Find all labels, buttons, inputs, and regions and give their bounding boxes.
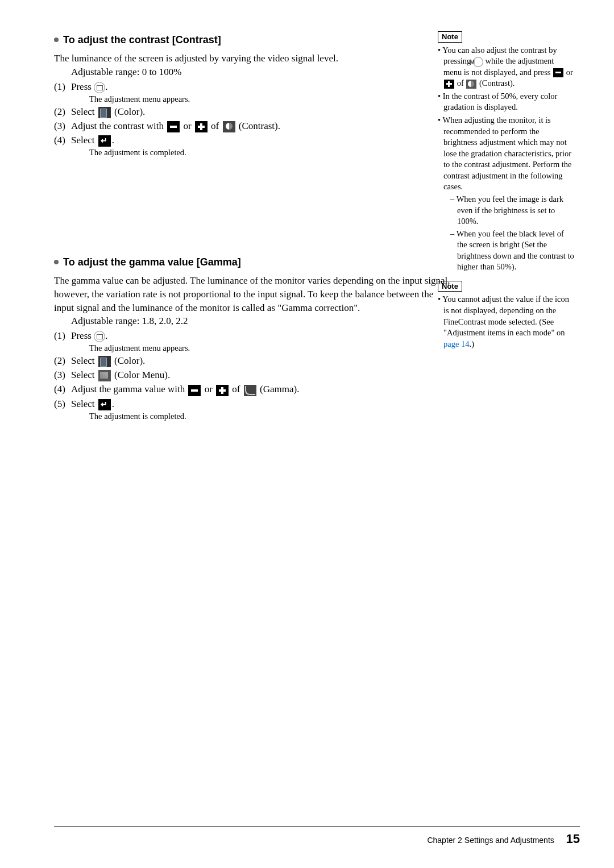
note-subitem: When you feel the black level of the scr… bbox=[443, 229, 574, 273]
g-step-3: (3)Select (Color Menu). bbox=[54, 369, 452, 381]
color-icon bbox=[98, 356, 111, 367]
plus-icon bbox=[444, 80, 454, 89]
contrast-icon bbox=[223, 121, 235, 132]
note-item: In the contrast of 50%, every color grad… bbox=[438, 91, 574, 113]
g-step-4: (4)Adjust the gamma value with or of (Ga… bbox=[54, 384, 452, 396]
step-of: of bbox=[209, 121, 222, 131]
intro-text-gamma: The gamma value can be adjusted. The lum… bbox=[54, 274, 452, 314]
note-text: .) bbox=[470, 339, 474, 348]
range-gamma: Adjustable range: 1.8, 2.0, 2.2 bbox=[71, 314, 452, 328]
contrast-icon bbox=[466, 80, 476, 89]
step-4: (4)Select . bbox=[54, 135, 452, 147]
note-text: or bbox=[566, 68, 573, 77]
step-text-b: (Gamma). bbox=[258, 384, 300, 394]
step-text: Adjust the gamma value with bbox=[71, 384, 187, 394]
note-block-2: Note You cannot adjust the value if the … bbox=[438, 281, 574, 350]
intro-text-contrast: The luminance of the screen is adjusted … bbox=[54, 52, 452, 65]
menu-button-icon bbox=[94, 82, 105, 93]
g-step-1: (1)Press . bbox=[54, 330, 452, 342]
step-num: (3) bbox=[54, 369, 71, 381]
step-4-sub: The adjustment is completed. bbox=[89, 148, 452, 157]
step-text: Select bbox=[71, 106, 97, 117]
step-text-b: (Color). bbox=[112, 355, 146, 366]
step-text: Select bbox=[71, 135, 97, 146]
m-button-icon bbox=[473, 57, 483, 67]
step-3: (3)Adjust the contrast with or of (Contr… bbox=[54, 121, 452, 132]
step-text-b: . bbox=[105, 81, 107, 92]
step-num: (4) bbox=[54, 384, 71, 395]
menu-button-icon bbox=[94, 331, 105, 342]
return-icon bbox=[98, 135, 111, 147]
step-text: Press bbox=[71, 81, 94, 92]
step-1: (1)Press . bbox=[54, 81, 452, 93]
color-menu-icon bbox=[98, 370, 111, 381]
page-footer: Chapter 2 Settings and Adjustments 15 bbox=[54, 827, 580, 846]
plus-icon bbox=[216, 385, 229, 396]
note-text: You cannot adjust the value if the icon … bbox=[442, 294, 569, 337]
note-text: of bbox=[457, 78, 466, 88]
note-block-1: Note You can also adjust the contrast by… bbox=[438, 31, 574, 273]
gamma-icon bbox=[244, 385, 256, 396]
return-icon bbox=[98, 399, 111, 410]
note-item: You cannot adjust the value if the icon … bbox=[438, 294, 574, 350]
minus-icon bbox=[167, 121, 180, 132]
step-2: (2)Select (Color). bbox=[54, 106, 452, 118]
minus-icon bbox=[188, 385, 201, 396]
step-text-b: (Color Menu). bbox=[112, 369, 170, 380]
section-heading-gamma: To adjust the gamma value [Gamma] bbox=[54, 256, 452, 268]
step-num: (2) bbox=[54, 106, 71, 118]
note-item: You can also adjust the contrast by pres… bbox=[438, 45, 574, 89]
step-num: (3) bbox=[54, 121, 71, 132]
step-or: or bbox=[181, 121, 194, 131]
step-num: (1) bbox=[54, 81, 71, 93]
note-text: (Contrast). bbox=[479, 78, 515, 88]
page-number: 15 bbox=[566, 832, 580, 846]
minus-icon bbox=[553, 68, 563, 77]
step-text: Select bbox=[71, 369, 97, 380]
step-text: Select bbox=[71, 398, 97, 409]
heading-text: To adjust the contrast [Contrast] bbox=[63, 34, 221, 45]
step-num: (1) bbox=[54, 330, 71, 342]
step-num: (4) bbox=[54, 135, 71, 146]
step-text-b: (Color). bbox=[112, 106, 146, 117]
bullet-icon bbox=[54, 38, 59, 42]
note-label: Note bbox=[438, 31, 462, 43]
note-label: Note bbox=[438, 281, 462, 292]
color-icon bbox=[98, 107, 111, 118]
note-item: When adjusting the monitor, it is recomm… bbox=[438, 115, 574, 273]
note-text: When adjusting the monitor, it is recomm… bbox=[442, 115, 571, 191]
step-num: (5) bbox=[54, 398, 71, 410]
g-step-5: (5)Select . bbox=[54, 398, 452, 410]
page-link[interactable]: page 14 bbox=[443, 339, 470, 348]
step-text: Select bbox=[71, 355, 97, 366]
g-step-2: (2)Select (Color). bbox=[54, 355, 452, 367]
range-contrast: Adjustable range: 0 to 100% bbox=[71, 65, 452, 79]
step-text-b: . bbox=[105, 330, 107, 341]
step-text: Adjust the contrast with bbox=[71, 121, 166, 131]
note-subitem: When you feel the image is dark even if … bbox=[443, 194, 574, 227]
step-1-sub: The adjustment menu appears. bbox=[89, 94, 452, 104]
step-or: or bbox=[202, 384, 215, 394]
g-step-5-sub: The adjustment is completed. bbox=[89, 412, 452, 421]
step-of: of bbox=[230, 384, 243, 394]
step-text-b: . bbox=[112, 398, 114, 409]
step-num: (2) bbox=[54, 355, 71, 367]
bullet-icon bbox=[54, 260, 59, 264]
step-text-b: . bbox=[112, 135, 114, 146]
chapter-label: Chapter 2 Settings and Adjustments bbox=[427, 836, 554, 845]
g-step-1-sub: The adjustment menu appears. bbox=[89, 343, 452, 353]
heading-text: To adjust the gamma value [Gamma] bbox=[63, 256, 241, 268]
step-text: Press bbox=[71, 330, 94, 341]
plus-icon bbox=[195, 121, 208, 132]
step-text-b: (Contrast). bbox=[237, 121, 280, 131]
section-heading-contrast: To adjust the contrast [Contrast] bbox=[54, 34, 452, 46]
